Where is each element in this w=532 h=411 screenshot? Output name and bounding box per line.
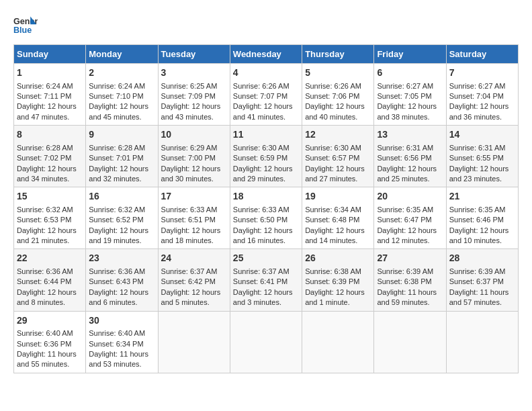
daylight-label: Daylight: 12 hours bbox=[305, 226, 365, 234]
day-number: 29 bbox=[17, 314, 83, 328]
sunset-text: Sunset: 7:06 PM bbox=[305, 92, 359, 100]
day-number: 1 bbox=[17, 66, 83, 80]
daylight-minutes: and 45 minutes. bbox=[89, 113, 141, 121]
calendar-cell: 17Sunrise: 6:33 AMSunset: 6:51 PMDayligh… bbox=[158, 187, 230, 249]
sunset-text: Sunset: 6:53 PM bbox=[17, 216, 71, 224]
sunset-text: Sunset: 7:11 PM bbox=[17, 92, 71, 100]
sunset-text: Sunset: 7:05 PM bbox=[377, 92, 431, 100]
daylight-label: Daylight: 12 hours bbox=[17, 102, 77, 110]
col-wednesday: Wednesday bbox=[230, 45, 302, 64]
calendar-cell bbox=[302, 311, 374, 373]
daylight-minutes: and 14 minutes. bbox=[305, 236, 357, 244]
calendar-cell: 8Sunrise: 6:28 AMSunset: 7:02 PMDaylight… bbox=[14, 126, 86, 187]
daylight-minutes: and 3 minutes. bbox=[233, 298, 281, 306]
calendar-cell: 15Sunrise: 6:32 AMSunset: 6:53 PMDayligh… bbox=[14, 187, 86, 249]
daylight-minutes: and 36 minutes. bbox=[449, 113, 502, 121]
calendar-week-row: 8Sunrise: 6:28 AMSunset: 7:02 PMDaylight… bbox=[14, 126, 519, 187]
sunrise-text: Sunrise: 6:39 AM bbox=[449, 267, 506, 275]
page-header: General Blue bbox=[13, 13, 519, 38]
sunrise-text: Sunrise: 6:33 AM bbox=[161, 205, 218, 214]
sunrise-text: Sunrise: 6:38 AM bbox=[305, 267, 361, 275]
daylight-minutes: and 19 minutes. bbox=[89, 236, 141, 244]
daylight-label: Daylight: 11 hours bbox=[17, 350, 77, 358]
calendar-cell: 22Sunrise: 6:36 AMSunset: 6:44 PMDayligh… bbox=[14, 249, 86, 311]
sunset-text: Sunset: 6:42 PM bbox=[161, 277, 216, 285]
calendar-week-row: 1Sunrise: 6:24 AMSunset: 7:11 PMDaylight… bbox=[14, 64, 519, 126]
day-number: 20 bbox=[377, 190, 443, 203]
sunrise-text: Sunrise: 6:36 AM bbox=[17, 267, 73, 275]
day-number: 8 bbox=[17, 128, 83, 142]
day-number: 19 bbox=[305, 190, 371, 203]
sunset-text: Sunset: 7:04 PM bbox=[449, 92, 504, 100]
day-number: 9 bbox=[89, 128, 154, 142]
sunrise-text: Sunrise: 6:33 AM bbox=[233, 205, 290, 214]
daylight-label: Daylight: 11 hours bbox=[377, 288, 437, 296]
day-number: 2 bbox=[89, 66, 154, 80]
day-number: 25 bbox=[233, 252, 299, 265]
day-number: 13 bbox=[377, 128, 443, 142]
daylight-label: Daylight: 12 hours bbox=[89, 288, 148, 296]
sunrise-text: Sunrise: 6:34 AM bbox=[305, 205, 361, 214]
calendar-cell bbox=[374, 311, 446, 373]
daylight-minutes: and 30 minutes. bbox=[161, 175, 214, 183]
sunset-text: Sunset: 6:46 PM bbox=[449, 216, 504, 224]
day-number: 4 bbox=[233, 66, 299, 80]
daylight-minutes: and 41 minutes. bbox=[233, 113, 285, 121]
daylight-minutes: and 32 minutes. bbox=[89, 175, 141, 183]
sunrise-text: Sunrise: 6:32 AM bbox=[17, 205, 73, 214]
sunrise-text: Sunrise: 6:28 AM bbox=[89, 144, 145, 152]
calendar-cell: 7Sunrise: 6:27 AMSunset: 7:04 PMDaylight… bbox=[446, 64, 518, 126]
calendar-cell: 25Sunrise: 6:37 AMSunset: 6:41 PMDayligh… bbox=[230, 249, 302, 311]
calendar-cell: 19Sunrise: 6:34 AMSunset: 6:48 PMDayligh… bbox=[302, 187, 374, 249]
day-number: 27 bbox=[377, 252, 443, 265]
calendar-week-row: 22Sunrise: 6:36 AMSunset: 6:44 PMDayligh… bbox=[14, 249, 519, 311]
sunrise-text: Sunrise: 6:25 AM bbox=[161, 82, 218, 90]
col-friday: Friday bbox=[374, 45, 446, 64]
daylight-label: Daylight: 12 hours bbox=[449, 102, 509, 110]
sunrise-text: Sunrise: 6:26 AM bbox=[305, 82, 361, 90]
calendar-cell: 28Sunrise: 6:39 AMSunset: 6:37 PMDayligh… bbox=[446, 249, 518, 311]
calendar-cell: 12Sunrise: 6:30 AMSunset: 6:57 PMDayligh… bbox=[302, 126, 374, 187]
sunset-text: Sunset: 6:56 PM bbox=[377, 154, 431, 162]
sunset-text: Sunset: 6:36 PM bbox=[17, 340, 71, 348]
sunrise-text: Sunrise: 6:37 AM bbox=[161, 267, 218, 275]
svg-text:Blue: Blue bbox=[13, 26, 32, 35]
calendar-cell: 14Sunrise: 6:31 AMSunset: 6:55 PMDayligh… bbox=[446, 126, 518, 187]
daylight-minutes: and 25 minutes. bbox=[377, 175, 429, 183]
sunset-text: Sunset: 6:51 PM bbox=[161, 216, 216, 224]
sunset-text: Sunset: 6:59 PM bbox=[233, 154, 287, 162]
daylight-label: Daylight: 12 hours bbox=[89, 165, 148, 173]
day-number: 12 bbox=[305, 128, 371, 142]
daylight-label: Daylight: 12 hours bbox=[161, 226, 221, 234]
calendar-cell: 20Sunrise: 6:35 AMSunset: 6:47 PMDayligh… bbox=[374, 187, 446, 249]
sunrise-text: Sunrise: 6:27 AM bbox=[449, 82, 506, 90]
sunset-text: Sunset: 6:55 PM bbox=[449, 154, 504, 162]
daylight-minutes: and 59 minutes. bbox=[377, 298, 429, 306]
sunset-text: Sunset: 6:48 PM bbox=[305, 216, 359, 224]
day-number: 23 bbox=[89, 252, 154, 265]
daylight-minutes: and 23 minutes. bbox=[449, 175, 502, 183]
day-number: 14 bbox=[449, 128, 515, 142]
day-number: 6 bbox=[377, 66, 443, 80]
calendar-cell: 10Sunrise: 6:29 AMSunset: 7:00 PMDayligh… bbox=[158, 126, 230, 187]
sunrise-text: Sunrise: 6:40 AM bbox=[17, 329, 73, 337]
daylight-label: Daylight: 12 hours bbox=[233, 288, 293, 296]
daylight-minutes: and 10 minutes. bbox=[449, 236, 502, 244]
sunrise-text: Sunrise: 6:24 AM bbox=[17, 82, 73, 90]
daylight-label: Daylight: 12 hours bbox=[17, 165, 77, 173]
daylight-minutes: and 21 minutes. bbox=[17, 236, 69, 244]
daylight-label: Daylight: 11 hours bbox=[89, 350, 148, 358]
day-number: 22 bbox=[17, 252, 83, 265]
day-number: 16 bbox=[89, 190, 154, 203]
daylight-label: Daylight: 12 hours bbox=[161, 165, 221, 173]
calendar-cell: 13Sunrise: 6:31 AMSunset: 6:56 PMDayligh… bbox=[374, 126, 446, 187]
calendar-header-row: Sunday Monday Tuesday Wednesday Thursday… bbox=[14, 45, 519, 64]
col-saturday: Saturday bbox=[446, 45, 518, 64]
day-number: 7 bbox=[449, 66, 515, 80]
sunset-text: Sunset: 7:07 PM bbox=[233, 92, 287, 100]
sunset-text: Sunset: 6:39 PM bbox=[305, 277, 359, 285]
day-number: 28 bbox=[449, 252, 515, 265]
day-number: 3 bbox=[161, 66, 227, 80]
daylight-label: Daylight: 12 hours bbox=[17, 226, 77, 234]
col-sunday: Sunday bbox=[14, 45, 86, 64]
